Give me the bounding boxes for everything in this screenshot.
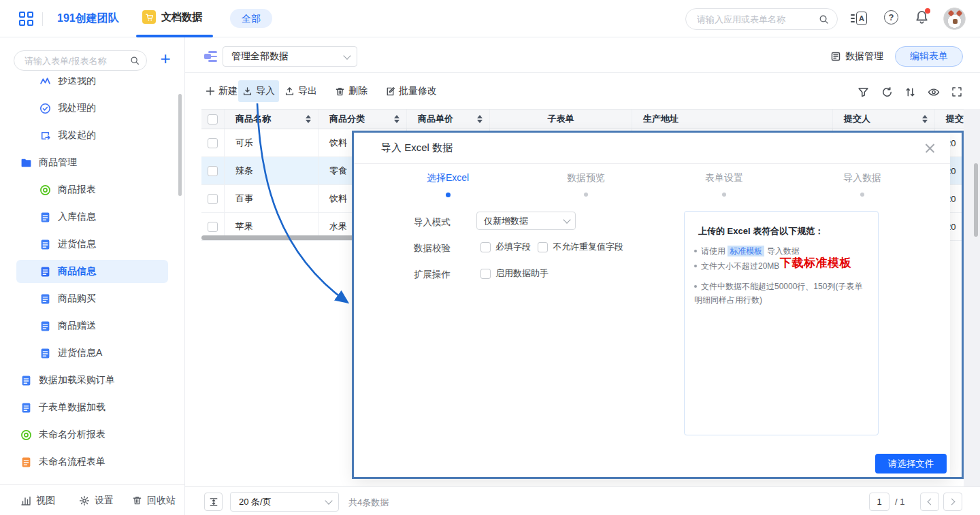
translate-icon[interactable]: A [851,10,867,27]
row-checkbox[interactable] [201,129,225,156]
sort-icon[interactable] [477,115,483,123]
new-button[interactable]: 新建 [201,80,242,102]
trash-icon [132,495,142,505]
chevron-down-icon [563,216,570,223]
eye-icon[interactable] [928,86,940,99]
col-header-address[interactable]: 生产地址 [632,110,833,129]
no-duplicate-checkbox[interactable]: 不允许重复值字段 [538,241,623,253]
close-icon[interactable] [923,141,938,156]
sidebar-item-product-buy[interactable]: 商品购买 [0,285,184,312]
spec-item: 文件中数据不能超过50000行、150列(子表单明细同样占用行数) [694,280,868,307]
views-button[interactable]: 视图 [20,485,55,515]
form-doc-icon [39,266,51,278]
prev-page-button[interactable] [920,493,939,511]
sidebar-group-product-mgmt[interactable]: 商品管理 [0,149,184,176]
excel-spec-panel: 上传的 Excel 表符合以下规范： 请使用 标准模板 导入数据 文件大小不超过… [684,211,879,435]
global-search[interactable] [685,8,838,30]
row-height-icon [209,497,218,507]
chevron-right-icon [949,499,956,505]
sidebar-item-purchase-info-a[interactable]: 进货信息A [0,339,184,367]
sidebar-item-inbound-info[interactable]: 入库信息 [0,203,184,231]
fullscreen-icon[interactable] [951,86,964,99]
import-button[interactable]: 导入 [238,80,279,102]
sidebar-item-product-report[interactable]: 商品报表 [0,176,184,203]
sidebar-item-product-info[interactable]: 商品信息 [0,258,184,285]
step-dot [722,193,726,197]
data-scope-select[interactable]: 管理全部数据 [223,46,357,67]
trash-icon [335,86,345,97]
export-icon [284,86,295,97]
sidebar-search[interactable] [14,50,147,71]
refresh-icon[interactable] [881,86,894,99]
chevron-left-icon [928,499,934,505]
sort-icon[interactable] [306,115,311,123]
table-header-row: 商品名称 商品分类 商品单价 子表单 生产地址 提交人 提交时间 [201,109,964,129]
row-height-button[interactable] [204,493,223,511]
sort-icon[interactable] [904,86,917,99]
data-assistant-checkbox[interactable]: 启用数据助手 [480,267,549,280]
col-header-submitter[interactable]: 提交人 [833,110,935,129]
collapse-sidebar-icon[interactable] [204,51,217,62]
import-mode-select[interactable]: 仅新增数据 [476,212,576,230]
form-doc-icon [39,293,51,305]
standard-template-link[interactable]: 标准模板 [728,246,764,256]
form-doc-icon [39,212,51,223]
divider [354,163,950,164]
page-size-select[interactable]: 20 条/页 [230,492,339,512]
plus-icon [206,86,215,96]
filter-icon[interactable] [858,86,870,99]
sidebar-scrollbar[interactable] [178,94,182,196]
data-manage-button[interactable]: 数据管理 [830,50,883,63]
help-icon[interactable]: ? [884,10,898,24]
sidebar-item-data-load-order[interactable]: 数据加载采购订单 [0,367,184,394]
sort-icon[interactable] [394,115,399,123]
sidebar-item-purchase-info[interactable]: 进货信息 [0,231,184,258]
sidebar-item-unnamed-flow-form[interactable]: 未命名流程表单 [0,448,184,476]
global-search-input[interactable] [697,14,819,24]
check-circle-icon [39,103,51,114]
form-doc-icon [20,375,32,386]
select-all-checkbox[interactable] [201,110,225,129]
forward-icon [39,77,51,87]
send-doc-icon [39,130,51,142]
next-page-button[interactable] [943,493,962,511]
sort-icon[interactable] [922,115,928,123]
divider [42,12,43,26]
col-header-name[interactable]: 商品名称 [225,110,318,129]
col-header-subform[interactable]: 子表单 [490,110,632,129]
sidebar-item-unnamed-report[interactable]: 未命名分析报表 [0,421,184,448]
edit-form-button[interactable]: 编辑表单 [895,46,963,67]
delete-button[interactable]: 删除 [331,80,372,102]
avatar[interactable] [943,7,966,30]
search-icon [130,56,140,65]
sidebar-item-my-initiated[interactable]: 我发起的 [0,122,184,149]
search-icon [819,14,829,24]
sidebar-item-product-gift[interactable]: 商品赠送 [0,312,184,339]
notifications-bell-icon[interactable] [915,10,931,26]
sidebar-item-subform-data-load[interactable]: 子表单数据加载 [0,394,184,421]
export-button[interactable]: 导出 [280,80,321,102]
vertical-scrollbar[interactable] [974,163,978,237]
team-name[interactable]: 191创建团队 [57,12,119,26]
filter-all-pill[interactable]: 全部 [230,9,272,28]
import-excel-modal: 导入 Excel 数据 选择Excel 数据预览 表单设置 导入数据 导入模式 … [354,133,950,478]
settings-button[interactable]: 设置 [79,485,114,515]
sidebar-item-cc-me[interactable]: 抄送我的 [0,77,184,95]
row-checkbox[interactable] [201,185,225,212]
add-form-button[interactable]: + [155,48,176,70]
row-checkbox[interactable] [201,157,225,184]
extend-ops-label: 扩展操作 [414,269,451,281]
sidebar-search-input[interactable] [24,56,130,66]
apps-grid-icon[interactable] [19,12,33,26]
col-header-submit-time[interactable]: 提交时间 [935,110,964,129]
col-header-price[interactable]: 商品单价 [407,110,490,129]
recycle-bin-button[interactable]: 回收站 [132,485,176,515]
tab-doc-data[interactable]: 文档数据 [142,10,202,24]
sidebar-item-my-tasks[interactable]: 我处理的 [0,95,184,122]
choose-file-button[interactable]: 请选择文件 [875,454,947,474]
batch-edit-button[interactable]: 批量修改 [381,80,441,102]
required-fields-checkbox[interactable]: 必填字段 [480,241,531,253]
col-header-category[interactable]: 商品分类 [318,110,407,129]
step-import-data: 导入数据 [815,172,910,197]
page-number-input[interactable] [869,493,889,511]
